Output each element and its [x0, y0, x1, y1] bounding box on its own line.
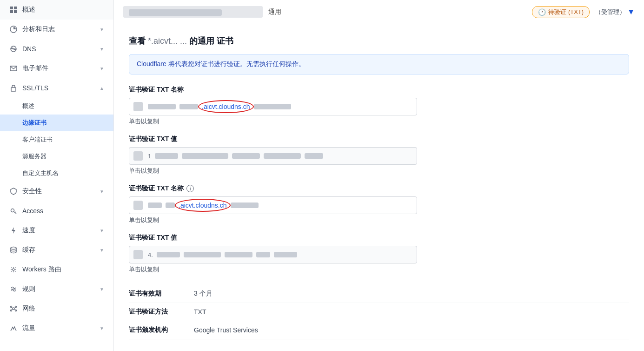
- field-input-txt-name-2[interactable]: .aicvt.cloudns.ch: [129, 196, 417, 214]
- field-input-txt-name-1[interactable]: .aicvt.cloudns.ch: [129, 98, 417, 115]
- sidebar-subitem-custom-hostname[interactable]: 自定义主机名: [0, 165, 113, 182]
- email-icon: [9, 64, 18, 73]
- cache-icon: [9, 246, 18, 254]
- field-label-txt-name-2: 证书验证 TXT 名称 i: [129, 184, 629, 193]
- traffic-icon: [9, 324, 18, 332]
- sidebar-label-network: 网络: [22, 304, 35, 313]
- arrow-icon: ▼: [100, 27, 104, 32]
- sidebar-label-traffic: 流量: [22, 324, 35, 332]
- copy-link-2[interactable]: 单击以复制: [129, 167, 629, 175]
- field-input-txt-value-1[interactable]: 1: [129, 147, 417, 165]
- topbar-common-label: 通用: [268, 8, 281, 16]
- content-area: 查看 *.aicvt... ... 的通用 证书 Cloudflare 将代表您…: [114, 24, 644, 351]
- sidebar-item-traffic[interactable]: 流量 ▼: [0, 318, 113, 338]
- svg-point-17: [11, 306, 12, 308]
- sidebar-item-cache[interactable]: 缓存 ▼: [0, 240, 113, 260]
- meta-table: 证书有效期 3 个月 证书验证方法 TXT 证书颁发机构 Google Trus…: [129, 285, 629, 339]
- svg-rect-3: [14, 10, 17, 13]
- sidebar-item-speed[interactable]: 速度 ▼: [0, 221, 113, 240]
- sidebar-item-workers[interactable]: Workers 路由: [0, 260, 113, 279]
- field-input-container-3: .aicvt.cloudns.ch: [129, 196, 629, 214]
- topbar-managed-label: （受管理）: [595, 8, 625, 16]
- workers-icon: [9, 265, 18, 274]
- bolt-icon: [9, 226, 18, 235]
- sidebar-item-rules[interactable]: 规则 ▼: [0, 279, 113, 299]
- key-icon: [9, 207, 18, 215]
- sidebar-item-email[interactable]: 电子邮件 ▼: [0, 59, 113, 78]
- sidebar-subitem-ssl-overview[interactable]: 概述: [0, 98, 113, 115]
- info-icon-2[interactable]: i: [186, 185, 194, 192]
- svg-rect-8: [11, 88, 16, 91]
- field-input-txt-value-2[interactable]: 4.: [129, 246, 417, 263]
- topbar-domain: [123, 6, 263, 17]
- info-banner: Cloudflare 将代表您对证书进行验证。无需执行任何操作。: [129, 54, 629, 74]
- sidebar-subitem-edge-cert[interactable]: 边缘证书: [0, 115, 113, 131]
- svg-rect-2: [10, 10, 13, 13]
- svg-point-20: [15, 310, 17, 311]
- svg-line-24: [14, 309, 15, 310]
- meta-row-issuer: 证书颁发机构 Google Trust Services: [129, 321, 629, 339]
- sidebar-subitem-origin-server-label: 源服务器: [22, 152, 46, 161]
- dns-icon: [9, 45, 18, 53]
- sidebar: 概述 分析和日志 ▼ DNS ▼ 电子邮件 ▼ SSL/TLS ▲ 概述 边缘证: [0, 0, 114, 351]
- sidebar-label-analytics: 分析和日志: [22, 25, 55, 34]
- meta-val-issuer: Google Trust Services: [194, 326, 258, 334]
- sidebar-item-analytics[interactable]: 分析和日志 ▼: [0, 20, 113, 39]
- field-label-txt-name-1-text: 证书验证 TXT 名称: [129, 86, 184, 94]
- sidebar-subitem-edge-cert-label: 边缘证书: [22, 119, 46, 127]
- arrow-icon: ▼: [100, 287, 104, 292]
- sidebar-item-access[interactable]: Access: [0, 201, 113, 221]
- field-label-txt-value-1: 证书验证 TXT 值: [129, 135, 629, 143]
- txt-name-2-value: .aicvt.cloudns.ch: [179, 202, 227, 209]
- lock-icon: [9, 84, 18, 92]
- sidebar-item-overview[interactable]: 概述: [0, 0, 113, 20]
- copy-link-3[interactable]: 单击以复制: [129, 216, 629, 224]
- arrow-icon: ▼: [100, 66, 104, 71]
- info-banner-text: Cloudflare 将代表您对证书进行验证。无需执行任何操作。: [137, 60, 305, 68]
- sidebar-label-overview: 概述: [22, 6, 35, 14]
- svg-rect-0: [10, 7, 13, 9]
- main-panel: 通用 🕐 待验证 (TXT) （受管理） ▼ 查看 *.aicvt... ...…: [114, 0, 644, 351]
- topbar-status-badge: 🕐 待验证 (TXT): [532, 6, 590, 18]
- domain-icon-1: [133, 102, 143, 111]
- svg-point-13: [11, 247, 16, 250]
- network-icon: [9, 304, 18, 313]
- sidebar-item-network[interactable]: 网络: [0, 299, 113, 318]
- chevron-down-icon[interactable]: ▼: [627, 8, 635, 16]
- sidebar-item-security[interactable]: 安全性 ▼: [0, 182, 113, 201]
- field-group-txt-value-2: 证书验证 TXT 值 4. 单击以复制: [129, 234, 629, 274]
- page-title: 查看 *.aicvt... ... 的通用 证书: [129, 35, 629, 47]
- chart-icon: [9, 25, 18, 34]
- txt-value-1-prefix: 1: [148, 153, 151, 160]
- svg-point-9: [11, 209, 14, 212]
- arrow-icon: ▼: [100, 47, 104, 52]
- svg-line-11: [15, 212, 16, 213]
- field-group-txt-name-2: 证书验证 TXT 名称 i .aicvt.cloudns.ch 单击以复制: [129, 184, 629, 224]
- sidebar-item-dns[interactable]: DNS ▼: [0, 39, 113, 59]
- sidebar-subitem-ssl-overview-label: 概述: [22, 102, 34, 110]
- sidebar-subitem-custom-hostname-label: 自定义主机名: [22, 169, 59, 177]
- sidebar-subitem-origin-server[interactable]: 源服务器: [0, 148, 113, 165]
- sidebar-label-email: 电子邮件: [22, 64, 48, 73]
- shield-icon: [9, 187, 18, 196]
- copy-link-1[interactable]: 单击以复制: [129, 117, 629, 126]
- copy-link-4[interactable]: 单击以复制: [129, 265, 629, 274]
- sidebar-label-dns: DNS: [22, 45, 36, 53]
- svg-point-18: [15, 306, 17, 308]
- sidebar-label-workers: Workers 路由: [22, 265, 61, 274]
- field-input-container-1: .aicvt.cloudns.ch: [129, 98, 629, 115]
- meta-key-method: 证书验证方法: [129, 308, 194, 316]
- field-label-txt-value-1-text: 证书验证 TXT 值: [129, 135, 177, 143]
- sidebar-label-speed: 速度: [22, 226, 35, 235]
- circled-value-2: .aicvt.cloudns.ch: [179, 202, 227, 209]
- sidebar-subitem-client-cert[interactable]: 客户端证书: [0, 131, 113, 148]
- sidebar-item-ssl[interactable]: SSL/TLS ▲: [0, 78, 113, 98]
- field-group-txt-name-1: 证书验证 TXT 名称 .aicvt.cloudns.ch 单击以复制: [129, 86, 629, 126]
- sidebar-label-ssl: SSL/TLS: [22, 84, 48, 92]
- arrow-icon: ▼: [100, 228, 104, 233]
- txt-name-1-value: .aicvt.cloudns.ch: [202, 103, 250, 110]
- clock-icon: 🕐: [538, 8, 546, 16]
- txt-value-2-prefix: 4.: [148, 251, 153, 258]
- svg-point-19: [11, 310, 12, 311]
- svg-point-14: [13, 269, 14, 270]
